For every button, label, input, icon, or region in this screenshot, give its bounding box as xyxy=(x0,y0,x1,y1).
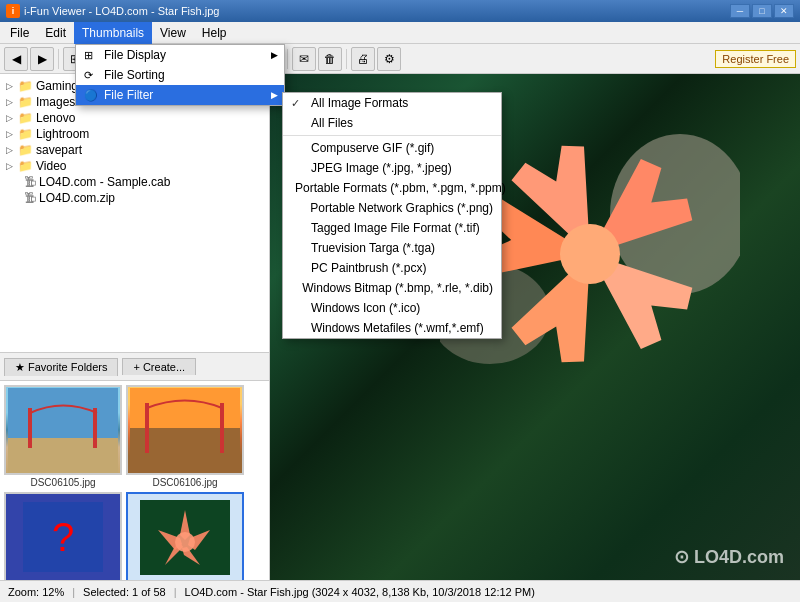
bottom-tabs: ★ Favorite Folders + Create... xyxy=(0,352,269,380)
menu-file-sorting[interactable]: ⟳ File Sorting xyxy=(76,65,284,85)
filter-png[interactable]: Portable Network Graphics (*.png) xyxy=(283,198,501,218)
svg-rect-6 xyxy=(145,403,149,453)
nav-prev-button[interactable]: ◀ xyxy=(4,47,28,71)
maximize-button[interactable]: □ xyxy=(752,4,772,18)
menu-help[interactable]: Help xyxy=(194,22,235,44)
filter-gif[interactable]: Compuserve GIF (*.gif) xyxy=(283,138,501,158)
tab-label: Create... xyxy=(143,361,185,373)
filename-status: LO4D.com - Star Fish.jpg (3024 x 4032, 8… xyxy=(185,586,535,598)
toolbar-separator-1 xyxy=(58,49,59,69)
filter-bmp[interactable]: Windows Bitmap (*.bmp, *.rle, *.dib) xyxy=(283,278,501,298)
thumbnail-dsc06[interactable]: DSC06106.jpg xyxy=(126,385,244,488)
menu-item-label: File Sorting xyxy=(104,68,165,82)
svg-rect-3 xyxy=(93,408,97,448)
checkmark-icon: ✓ xyxy=(291,97,307,110)
menu-thumbnails[interactable]: Thumbnails xyxy=(74,22,152,44)
folder-icon: 📁 xyxy=(18,79,33,93)
left-panel: ▷ 📁 Gaming ▷ 📁 Images ▷ 📁 Lenovo ▷ 📁 Lig… xyxy=(0,74,270,580)
file-filter-submenu: ✓ All Image Formats All Files Compuserve… xyxy=(282,92,502,339)
expand-icon: ▷ xyxy=(6,145,18,155)
lo4d-watermark: ⊙ LO4D.com xyxy=(674,546,784,568)
expand-icon: ▷ xyxy=(6,81,18,91)
create-tab[interactable]: + Create... xyxy=(122,358,196,375)
thumbnail-label: DSC06105.jpg xyxy=(4,477,122,488)
tree-item-lightroom[interactable]: ▷ 📁 Lightroom xyxy=(4,126,265,142)
toolbar-separator-4 xyxy=(287,49,288,69)
menu-file[interactable]: File xyxy=(2,22,37,44)
favorite-folders-tab[interactable]: ★ Favorite Folders xyxy=(4,358,118,376)
tree-item-lenovo[interactable]: ▷ 📁 Lenovo xyxy=(4,110,265,126)
thumbnail-label: DSC06106.jpg xyxy=(126,477,244,488)
filter-portable[interactable]: Portable Formats (*.pbm, *.pgm, *.ppm) xyxy=(283,178,501,198)
print-button[interactable]: 🖨 xyxy=(351,47,375,71)
tree-item-label: Lenovo xyxy=(36,111,75,125)
filter-pcx[interactable]: PC Paintbrush (*.pcx) xyxy=(283,258,501,278)
thumbnail-dsc05[interactable]: DSC06105.jpg xyxy=(4,385,122,488)
filter-label: Compuserve GIF (*.gif) xyxy=(311,141,434,155)
grid-icon: ⊞ xyxy=(84,49,100,62)
filter-label: JPEG Image (*.jpg, *.jpeg) xyxy=(311,161,452,175)
menu-edit[interactable]: Edit xyxy=(37,22,74,44)
menu-item-label: File Filter xyxy=(104,88,153,102)
filter-tif[interactable]: Tagged Image File Format (*.tif) xyxy=(283,218,501,238)
filter-label: Portable Formats (*.pbm, *.pgm, *.ppm) xyxy=(295,181,506,195)
tree-item-label: Images xyxy=(36,95,75,109)
filter-label: Windows Bitmap (*.bmp, *.rle, *.dib) xyxy=(302,281,493,295)
filter-label: Truevision Targa (*.tga) xyxy=(311,241,435,255)
svg-point-14 xyxy=(175,532,195,552)
filter-label: Tagged Image File Format (*.tif) xyxy=(311,221,480,235)
tree-item-zip[interactable]: 🗜 LO4D.com.zip xyxy=(4,190,265,206)
filter-label: Windows Icon (*.ico) xyxy=(311,301,420,315)
thumbnail-image: ? xyxy=(4,492,122,580)
file-tree: ▷ 📁 Gaming ▷ 📁 Images ▷ 📁 Lenovo ▷ 📁 Lig… xyxy=(0,74,269,352)
filter-label: PC Paintbrush (*.pcx) xyxy=(311,261,426,275)
email-button[interactable]: ✉ xyxy=(292,47,316,71)
zip-icon: 🗜 xyxy=(24,191,36,205)
filter-all-files[interactable]: All Files xyxy=(283,113,501,133)
close-button[interactable]: ✕ xyxy=(774,4,794,18)
cabinet-icon: 🗜 xyxy=(24,175,36,189)
filter-icon: 🔵 xyxy=(84,89,100,102)
tree-item-savepart[interactable]: ▷ 📁 savepart xyxy=(4,142,265,158)
delete-button[interactable]: 🗑 xyxy=(318,47,342,71)
filter-all-image[interactable]: ✓ All Image Formats xyxy=(283,93,501,113)
menu-file-filter[interactable]: 🔵 File Filter xyxy=(76,85,284,105)
settings-button[interactable]: ⚙ xyxy=(377,47,401,71)
menu-separator xyxy=(283,135,501,136)
window-controls: ─ □ ✕ xyxy=(730,4,794,18)
sort-icon: ⟳ xyxy=(84,69,100,82)
filter-wmf[interactable]: Windows Metafiles (*.wmf,*.emf) xyxy=(283,318,501,338)
app-icon: i xyxy=(6,4,20,18)
status-separator: | xyxy=(72,586,75,598)
menu-view[interactable]: View xyxy=(152,22,194,44)
thumbnails-menu: ⊞ File Display ⟳ File Sorting 🔵 File Fil… xyxy=(75,44,285,106)
tab-label: Favorite Folders xyxy=(28,361,107,373)
folder-icon: 📁 xyxy=(18,127,33,141)
menu-file-display[interactable]: ⊞ File Display xyxy=(76,45,284,65)
tree-item-label: LO4D.com.zip xyxy=(39,191,115,205)
folder-icon: 📁 xyxy=(18,159,33,173)
filter-jpeg[interactable]: JPEG Image (*.jpg, *.jpeg) xyxy=(283,158,501,178)
nav-next-button[interactable]: ▶ xyxy=(30,47,54,71)
minimize-button[interactable]: ─ xyxy=(730,4,750,18)
svg-rect-0 xyxy=(8,388,118,438)
thumbnail-starfish[interactable]: LO4D.com - Star Fis... xyxy=(126,492,244,580)
register-button[interactable]: Register Free xyxy=(715,50,796,68)
filter-label: All Files xyxy=(311,116,353,130)
plus-icon: + xyxy=(133,361,139,373)
filter-tga[interactable]: Truevision Targa (*.tga) xyxy=(283,238,501,258)
toolbar-separator-5 xyxy=(346,49,347,69)
filter-label: All Image Formats xyxy=(311,96,408,110)
tree-item-label: Lightroom xyxy=(36,127,89,141)
tree-item-sample-cab[interactable]: 🗜 LO4D.com - Sample.cab xyxy=(4,174,265,190)
title-bar: i i-Fun Viewer - LO4D.com - Star Fish.jp… xyxy=(0,0,800,22)
filter-ico[interactable]: Windows Icon (*.ico) xyxy=(283,298,501,318)
status-bar: Zoom: 12% | Selected: 1 of 58 | LO4D.com… xyxy=(0,580,800,602)
zoom-status: Zoom: 12% xyxy=(8,586,64,598)
svg-rect-7 xyxy=(220,403,224,453)
thumbnail-fritz[interactable]: ? LO4D.com - Fritz.tif xyxy=(4,492,122,580)
selected-status: Selected: 1 of 58 xyxy=(83,586,166,598)
tree-item-video[interactable]: ▷ 📁 Video xyxy=(4,158,265,174)
thumbnail-image xyxy=(126,385,244,475)
tree-item-label: Video xyxy=(36,159,66,173)
